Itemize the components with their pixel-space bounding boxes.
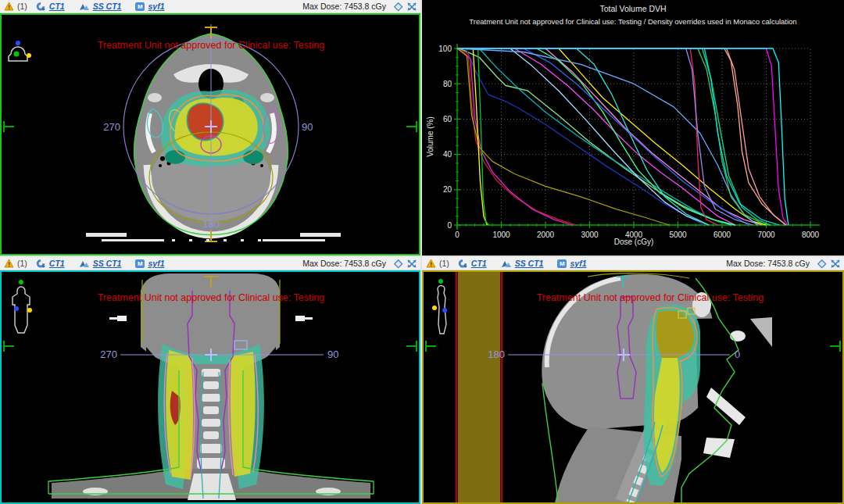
clinical-warning-text: Treatment Unit not approved for Clinical… — [537, 292, 764, 303]
dvh-chart[interactable]: Total Volume DVH Treatment Unit not appr… — [422, 0, 844, 256]
plan-icon-letter: M — [138, 3, 143, 10]
dvh-curve — [457, 48, 779, 225]
dvh-curve — [457, 48, 489, 225]
ss-ct1-link[interactable]: SS CT1 — [93, 2, 122, 11]
dvh-curve — [457, 48, 717, 225]
axial-view-panel: (1) CT1 SS CT1 M syf1 Max Dose: 7453.8 c… — [0, 0, 420, 256]
angle-left: 180 — [488, 349, 505, 360]
coronal-ct-image: Treatment Unit not approved for Clinical… — [2, 272, 419, 502]
max-dose-label: Max Dose: 7453.8 cGy — [726, 259, 810, 268]
plan-link[interactable]: syf1 — [570, 259, 586, 268]
structure-set-icon[interactable] — [501, 259, 512, 269]
max-dose-label: Max Dose: 7453.8 cGy — [302, 259, 386, 268]
dvh-panel: Total Volume DVH Treatment Unit not appr… — [422, 0, 844, 256]
structure-set-icon[interactable] — [79, 259, 90, 269]
warning-count: (1) — [17, 259, 27, 268]
tag-icon[interactable] — [392, 259, 403, 269]
dvh-curve — [524, 48, 749, 225]
ct1-link[interactable]: CT1 — [49, 259, 65, 268]
structure-set-icon[interactable] — [79, 2, 90, 12]
angle-right: 0 — [735, 349, 740, 360]
dvh-curve — [545, 48, 762, 225]
dvh-y-tick-label: 60 — [443, 115, 452, 123]
expand-icon[interactable] — [406, 259, 417, 269]
dvh-curve — [457, 48, 757, 225]
dvh-tick-labels: 0100020003000400050006000700080000204060… — [438, 45, 819, 240]
dvh-x-tick-label: 3000 — [581, 231, 599, 239]
coronal-view-panel: (1) CT1 SS CT1 M syf1 Max Dose: 7453.8 c… — [0, 257, 420, 504]
gantry-angle-right: 90 — [302, 121, 313, 133]
expand-icon[interactable] — [830, 259, 841, 269]
orientation-icon-coronal — [13, 280, 32, 333]
max-dose-label: Max Dose: 7453.8 cGy — [302, 2, 386, 11]
tag-icon[interactable] — [816, 259, 827, 269]
ct-scanner-icon[interactable] — [35, 2, 46, 12]
axial-ct-image: Treatment Unit not approved for Clinical… — [2, 15, 419, 254]
edge-tick-right — [406, 341, 417, 352]
dvh-x-tick-label: 6000 — [713, 231, 731, 239]
gantry-angle-left: 270 — [103, 121, 120, 133]
dvh-curves — [457, 48, 789, 225]
warning-count: (1) — [439, 259, 449, 268]
dvh-curve — [457, 48, 731, 225]
dose-red-core — [187, 103, 223, 140]
dvh-x-tick-label: 5000 — [669, 231, 687, 239]
edge-tick-right — [406, 121, 417, 132]
gantry-angle-left: 270 — [100, 349, 117, 360]
edge-tick-left — [426, 341, 436, 352]
coronal-viewport[interactable]: Treatment Unit not approved for Clinical… — [0, 270, 420, 504]
sagittal-view-panel: (1) CT1 SS CT1 M syf1 Max Dose: 7453.8 c… — [422, 257, 844, 504]
plan-icon[interactable]: M — [135, 259, 145, 268]
plan-icon-letter: M — [560, 260, 565, 267]
tag-icon[interactable] — [392, 2, 403, 12]
orientation-icon-sagittal — [432, 279, 447, 334]
dvh-y-tick-label: 100 — [438, 45, 452, 53]
dvh-ylabel: Volume (%) — [426, 116, 435, 157]
dvh-title: Total Volume DVH — [599, 4, 666, 13]
gantry-angle-bottom: 180 — [202, 218, 220, 230]
clinical-warning-text: Treatment Unit not approved for Clinical… — [98, 40, 324, 51]
edge-tick-right — [830, 341, 840, 352]
viewport-toolbar: (1) CT1 SS CT1 M syf1 Max Dose: 7453.8 c… — [0, 0, 420, 13]
sagittal-viewport[interactable]: Treatment Unit not approved for Clinical… — [422, 270, 844, 504]
dvh-xlabel: Dose (cGy) — [614, 238, 654, 246]
orientation-icon-axial — [9, 41, 31, 61]
expand-icon[interactable] — [406, 2, 417, 12]
dvh-x-tick-label: 2000 — [537, 231, 555, 239]
dvh-subtitle: Treatment Unit not approved for Clinical… — [469, 17, 796, 26]
plan-link[interactable]: syf1 — [148, 259, 164, 268]
warning-icon[interactable] — [3, 259, 14, 269]
dvh-y-tick-label: 80 — [443, 80, 452, 88]
plan-icon-letter: M — [138, 260, 143, 267]
plan-link[interactable]: syf1 — [148, 2, 164, 11]
monaco-tps-workspace: (1) CT1 SS CT1 M syf1 Max Dose: 7453.8 c… — [0, 0, 844, 504]
edge-tick-left — [4, 341, 14, 352]
dvh-x-tick-label: 8000 — [802, 231, 820, 239]
dvh-curve — [577, 48, 710, 225]
dose-darkteal-right — [243, 150, 263, 164]
couch-band — [458, 272, 500, 502]
ss-ct1-link[interactable]: SS CT1 — [93, 259, 122, 268]
axial-viewport[interactable]: Treatment Unit not approved for Clinical… — [0, 13, 420, 256]
gantry-angle-right: 90 — [327, 349, 338, 360]
zygoma-right — [260, 93, 274, 102]
clinical-warning-text: Treatment Unit not approved for Clinical… — [98, 292, 324, 303]
ct-scanner-icon[interactable] — [35, 259, 46, 269]
ss-ct1-link[interactable]: SS CT1 — [515, 259, 544, 268]
plan-icon[interactable]: M — [557, 259, 567, 268]
dvh-axes — [454, 44, 820, 230]
ct1-link[interactable]: CT1 — [49, 2, 65, 11]
dvh-x-tick-label: 7000 — [757, 231, 775, 239]
ct1-link[interactable]: CT1 — [471, 259, 487, 268]
zygoma-left — [148, 93, 162, 102]
warning-icon[interactable] — [3, 2, 14, 12]
warning-icon[interactable] — [425, 259, 436, 269]
plan-icon[interactable]: M — [135, 2, 145, 11]
ct-scanner-icon[interactable] — [457, 259, 468, 269]
dvh-y-tick-label: 20 — [443, 185, 452, 194]
warning-count: (1) — [17, 2, 27, 11]
sagittal-ct-image: Treatment Unit not approved for Clinical… — [424, 272, 842, 502]
dvh-y-tick-label: 40 — [443, 150, 452, 159]
dvh-x-tick-label: 0 — [455, 231, 460, 239]
viewport-toolbar: (1) CT1 SS CT1 M syf1 Max Dose: 7453.8 c… — [0, 257, 420, 270]
